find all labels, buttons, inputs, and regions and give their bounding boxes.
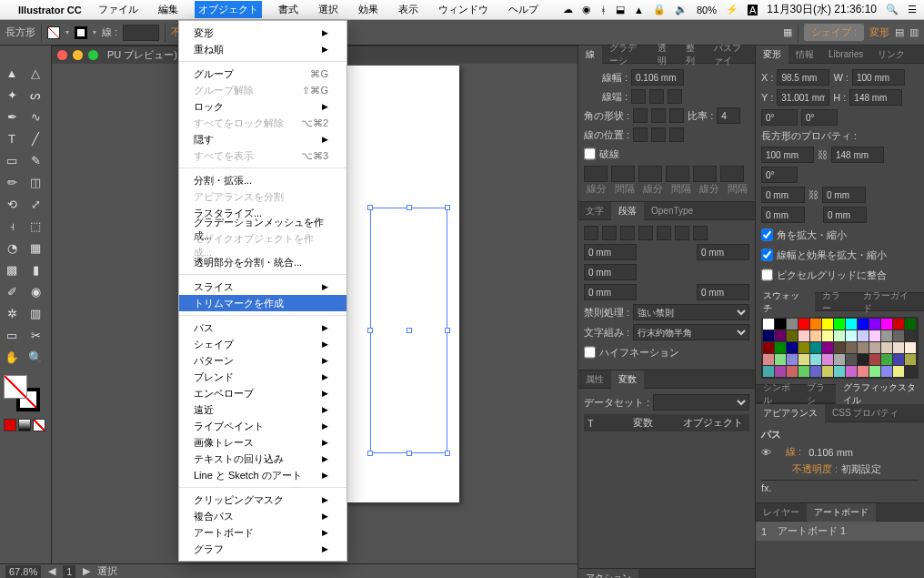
battery-icon[interactable]: ⚡ <box>726 4 738 15</box>
swatch[interactable] <box>881 342 892 353</box>
selection-tool[interactable]: ▲ <box>0 62 24 84</box>
swatch[interactable] <box>869 330 880 341</box>
tab-color[interactable]: カラー <box>815 287 856 318</box>
swatch[interactable] <box>905 330 916 341</box>
dash2[interactable] <box>638 166 662 182</box>
swatch[interactable] <box>798 366 809 377</box>
link-wh-icon[interactable]: ⛓ <box>818 149 828 160</box>
menu-item[interactable]: アートボード▶ <box>179 524 346 541</box>
corner-bl[interactable] <box>761 207 805 223</box>
panel-icon[interactable]: ▤ <box>895 26 904 38</box>
handle-bm[interactable] <box>407 451 412 456</box>
rotate-input[interactable] <box>761 109 798 126</box>
swatch[interactable] <box>775 354 786 365</box>
tab-pathfinder[interactable]: パスファイ <box>707 39 755 70</box>
width-tool[interactable]: ⫞ <box>0 215 24 237</box>
cloud-icon[interactable]: ☁ <box>563 4 573 15</box>
minimize-button[interactable] <box>73 50 83 60</box>
tab-gradient[interactable]: グラデーシ <box>602 39 650 70</box>
swatch[interactable] <box>798 319 809 330</box>
swatch[interactable] <box>881 354 892 365</box>
spotlight-icon[interactable]: 🔍 <box>886 4 899 15</box>
tab-links[interactable]: リンク <box>870 46 912 64</box>
rectangle-tool[interactable]: ▭ <box>0 149 24 171</box>
menu-item[interactable]: クリッピングマスク▶ <box>179 492 346 508</box>
swatch[interactable] <box>763 330 774 341</box>
scale-strokes-check[interactable] <box>761 247 773 263</box>
color-mode-gradient[interactable] <box>18 419 31 431</box>
handle-bl[interactable] <box>367 451 373 456</box>
fx-icon[interactable]: fx. <box>761 482 772 493</box>
hand-tool[interactable]: ✋ <box>0 346 24 368</box>
swatch[interactable] <box>810 342 821 353</box>
maximize-button[interactable] <box>88 50 98 60</box>
align-outside-icon[interactable] <box>669 127 684 142</box>
weight-input[interactable] <box>631 69 684 86</box>
shape-rotate[interactable] <box>761 167 798 183</box>
eyedropper-tool[interactable]: ✐ <box>0 280 24 302</box>
menu-type[interactable]: 書式 <box>275 1 302 18</box>
menu-help[interactable]: ヘルプ <box>505 1 542 18</box>
tab-variables[interactable]: 変数 <box>611 370 644 389</box>
swatch[interactable] <box>881 319 892 330</box>
handle-mr[interactable] <box>445 328 450 333</box>
curvature-tool[interactable]: ∿ <box>24 106 47 127</box>
slice-tool[interactable]: ✂ <box>24 324 47 346</box>
pixel-grid-check[interactable] <box>761 267 773 283</box>
align-icon[interactable]: ▦ <box>783 26 792 38</box>
tab-character[interactable]: 文字 <box>578 202 611 220</box>
swatch[interactable] <box>858 366 869 377</box>
swatch[interactable] <box>822 330 833 341</box>
paintbrush-tool[interactable]: ✎ <box>24 149 47 171</box>
swatch[interactable] <box>834 354 845 365</box>
evernote-icon[interactable]: ◉ <box>582 4 591 15</box>
swatch[interactable] <box>881 366 892 377</box>
swatch[interactable] <box>893 366 904 377</box>
menu-item[interactable]: Line と Sketch のアート▶ <box>179 467 346 483</box>
menu-item[interactable]: 隠す▶ <box>179 131 346 147</box>
indent-left[interactable] <box>584 244 637 260</box>
y-input[interactable] <box>777 89 829 106</box>
swatch[interactable] <box>787 319 798 330</box>
graph-tool[interactable]: ▥ <box>24 302 47 324</box>
swatch[interactable] <box>810 330 821 341</box>
tab-stroke[interactable]: 線 <box>578 46 602 64</box>
appearance-stroke-label[interactable]: 線 : <box>786 445 801 459</box>
stroke-dropdown-icon[interactable]: ▾ <box>93 28 96 36</box>
swatch[interactable] <box>822 342 833 353</box>
lasso-tool[interactable]: ᔕ <box>24 84 47 106</box>
menu-item[interactable]: 重ね順▶ <box>179 41 346 57</box>
join-round-icon[interactable] <box>651 108 666 123</box>
handle-ml[interactable] <box>367 328 373 333</box>
gradient-tool[interactable]: ▮ <box>24 259 47 280</box>
menu-item[interactable]: ライブペイント▶ <box>179 418 346 434</box>
eye-icon[interactable]: 👁 <box>761 447 771 458</box>
h-input[interactable] <box>849 89 902 106</box>
swatch[interactable] <box>846 319 857 330</box>
eraser-tool[interactable]: ◫ <box>24 171 47 193</box>
swatch[interactable] <box>810 366 821 377</box>
tab-transform[interactable]: 変形 <box>756 46 788 64</box>
shape-builder-tool[interactable]: ◔ <box>0 237 24 259</box>
stroke-weight-input[interactable] <box>123 25 159 41</box>
swatch[interactable] <box>775 330 786 341</box>
swatch[interactable] <box>787 354 798 365</box>
swatch[interactable] <box>905 354 916 365</box>
transform-button[interactable]: 変形 <box>869 25 889 39</box>
menu-item[interactable]: エンベロープ▶ <box>179 385 346 401</box>
justify-left-icon[interactable] <box>638 226 653 240</box>
lock-icon[interactable]: 🔒 <box>653 4 666 15</box>
tab-css[interactable]: CSS プロパティ <box>825 404 906 422</box>
cap-square-icon[interactable] <box>668 89 682 104</box>
dash1[interactable] <box>584 166 608 182</box>
free-transform-tool[interactable]: ⬚ <box>24 215 47 237</box>
magic-wand-tool[interactable]: ✦ <box>0 84 24 106</box>
swatch[interactable] <box>787 342 798 353</box>
fill-swatch[interactable] <box>47 26 60 39</box>
artboard-nav[interactable]: 1 <box>63 565 75 578</box>
swatch[interactable] <box>905 319 916 330</box>
swatch[interactable] <box>893 330 904 341</box>
line-tool[interactable]: ╱ <box>24 127 47 149</box>
swatch[interactable] <box>858 319 869 330</box>
corner-tl[interactable] <box>761 187 805 203</box>
